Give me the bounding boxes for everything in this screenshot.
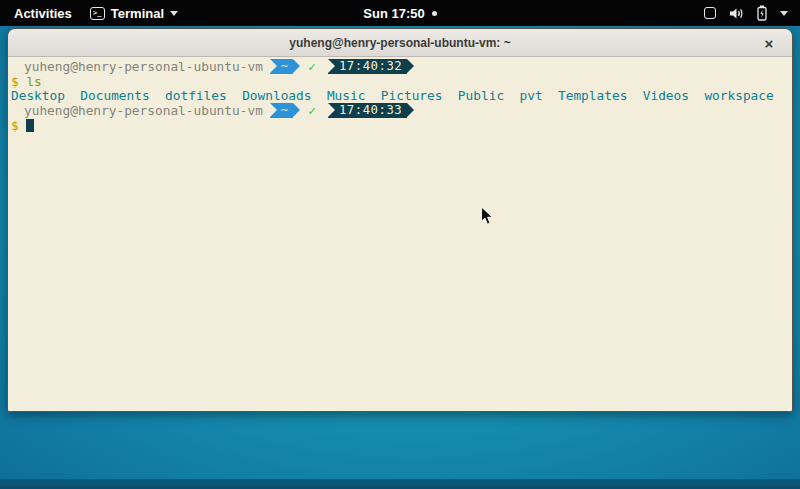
status-check-icon: ✓	[308, 59, 316, 74]
powerline-time-segment: 17:40:32	[328, 59, 407, 74]
app-menu-label: Terminal	[111, 6, 164, 21]
close-button[interactable]: ×	[758, 29, 780, 57]
powerline-cwd-segment: ~	[270, 103, 293, 118]
terminal-window: yuheng@henry-personal-ubuntu-vm: ~ × yuh…	[7, 28, 793, 412]
battery-charging-icon	[757, 5, 767, 21]
typed-command: ls	[26, 74, 41, 89]
gnome-top-bar: Activities >_ Terminal Sun 17:50	[0, 0, 800, 26]
app-menu-terminal[interactable]: >_ Terminal	[90, 6, 178, 21]
ls-output-line: Desktop Documents dotfiles Downloads Mus…	[11, 88, 790, 103]
desktop-wallpaper: yuheng@henry-personal-ubuntu-vm: ~ × yuh…	[0, 26, 800, 489]
prompt-symbol: $	[11, 74, 19, 89]
terminal-content[interactable]: yuheng@henry-personal-ubuntu-vm ~ ✓ 17:4…	[8, 57, 792, 411]
prompt-line-1: yuheng@henry-personal-ubuntu-vm ~ ✓ 17:4…	[11, 59, 790, 74]
directory-listing: Desktop Documents dotfiles Downloads Mus…	[11, 88, 774, 103]
window-title: yuheng@henry-personal-ubuntu-vm: ~	[289, 36, 510, 50]
chevron-down-icon	[170, 11, 178, 16]
prompt-line-2: yuheng@henry-personal-ubuntu-vm ~ ✓ 17:4…	[11, 103, 790, 118]
wallpaper-bottom-band	[0, 479, 800, 489]
prompt-user-host: yuheng@henry-personal-ubuntu-vm	[11, 103, 263, 118]
system-status-area[interactable]	[704, 5, 800, 21]
input-line: $	[11, 118, 790, 133]
command-line: $ ls	[11, 74, 790, 89]
activities-button[interactable]: Activities	[14, 6, 72, 21]
mouse-pointer-icon	[480, 206, 494, 226]
terminal-block-cursor	[26, 119, 34, 132]
terminal-app-icon: >_	[90, 7, 105, 20]
prompt-symbol: $	[11, 118, 19, 133]
clock[interactable]: Sun 17:50	[363, 6, 424, 21]
desktop-screen: Activities >_ Terminal Sun 17:50	[0, 0, 800, 489]
volume-icon	[729, 7, 744, 20]
display-icon	[704, 7, 716, 19]
prompt-user-host: yuheng@henry-personal-ubuntu-vm	[11, 59, 263, 74]
powerline-time-segment: 17:40:33	[328, 103, 407, 118]
powerline-cwd-segment: ~	[270, 59, 293, 74]
notification-dot-icon	[432, 11, 437, 16]
system-menu-chevron-icon	[780, 11, 788, 16]
status-check-icon: ✓	[308, 103, 316, 118]
window-titlebar[interactable]: yuheng@henry-personal-ubuntu-vm: ~ ×	[8, 29, 792, 57]
